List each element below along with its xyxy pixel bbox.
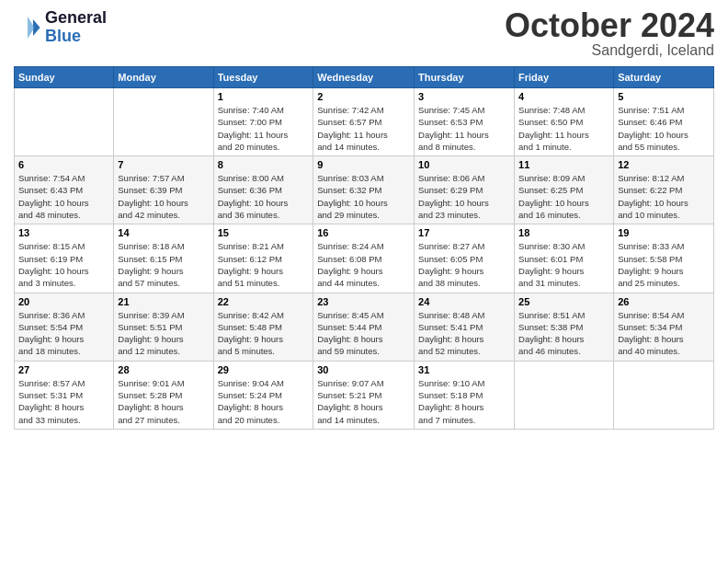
calendar-cell <box>614 361 714 429</box>
day-info: Sunrise: 8:48 AM Sunset: 5:41 PM Dayligh… <box>418 309 510 358</box>
calendar-cell: 17Sunrise: 8:27 AM Sunset: 6:05 PM Dayli… <box>415 224 515 293</box>
calendar-cell <box>515 361 614 429</box>
day-info: Sunrise: 8:30 AM Sunset: 6:01 PM Dayligh… <box>518 240 609 289</box>
calendar-cell <box>114 88 213 156</box>
day-number: 14 <box>118 227 209 238</box>
logo-icon <box>14 14 41 41</box>
day-number: 13 <box>18 227 109 238</box>
calendar-cell: 27Sunrise: 8:57 AM Sunset: 5:31 PM Dayli… <box>15 361 114 429</box>
calendar-cell: 14Sunrise: 8:18 AM Sunset: 6:15 PM Dayli… <box>114 224 213 293</box>
day-number: 6 <box>18 159 109 170</box>
logo-line2: Blue <box>45 28 107 46</box>
calendar-cell: 23Sunrise: 8:45 AM Sunset: 5:44 PM Dayli… <box>313 293 415 361</box>
calendar-table: SundayMondayTuesdayWednesdayThursdayFrid… <box>14 66 714 430</box>
day-number: 21 <box>118 296 209 307</box>
day-info: Sunrise: 7:51 AM Sunset: 6:46 PM Dayligh… <box>618 104 710 153</box>
calendar-cell: 10Sunrise: 8:06 AM Sunset: 6:29 PM Dayli… <box>415 156 515 224</box>
calendar-cell: 4Sunrise: 7:48 AM Sunset: 6:50 PM Daylig… <box>515 88 614 156</box>
day-info: Sunrise: 8:18 AM Sunset: 6:15 PM Dayligh… <box>118 240 209 289</box>
weekday-header: Wednesday <box>313 67 415 88</box>
day-info: Sunrise: 9:04 AM Sunset: 5:24 PM Dayligh… <box>218 377 310 426</box>
day-info: Sunrise: 8:21 AM Sunset: 6:12 PM Dayligh… <box>218 240 310 289</box>
day-info: Sunrise: 8:42 AM Sunset: 5:48 PM Dayligh… <box>218 309 310 358</box>
day-info: Sunrise: 9:01 AM Sunset: 5:28 PM Dayligh… <box>118 377 209 426</box>
day-info: Sunrise: 8:06 AM Sunset: 6:29 PM Dayligh… <box>418 172 510 221</box>
day-number: 4 <box>518 91 609 102</box>
calendar-cell: 31Sunrise: 9:10 AM Sunset: 5:18 PM Dayli… <box>415 361 515 429</box>
page-container: General Blue October 2024 Sandgerdi, Ice… <box>0 0 728 439</box>
calendar-cell: 16Sunrise: 8:24 AM Sunset: 6:08 PM Dayli… <box>313 224 415 293</box>
day-number: 15 <box>218 227 310 238</box>
day-number: 12 <box>618 159 710 170</box>
weekday-header: Saturday <box>614 67 714 88</box>
calendar-cell: 18Sunrise: 8:30 AM Sunset: 6:01 PM Dayli… <box>515 224 614 293</box>
weekday-header: Thursday <box>415 67 515 88</box>
day-info: Sunrise: 8:03 AM Sunset: 6:32 PM Dayligh… <box>317 172 410 221</box>
day-number: 27 <box>18 364 109 375</box>
day-number: 8 <box>218 159 310 170</box>
day-info: Sunrise: 8:51 AM Sunset: 5:38 PM Dayligh… <box>518 309 609 358</box>
day-info: Sunrise: 7:40 AM Sunset: 7:00 PM Dayligh… <box>218 104 310 153</box>
day-info: Sunrise: 7:42 AM Sunset: 6:57 PM Dayligh… <box>317 104 410 153</box>
weekday-header: Monday <box>114 67 213 88</box>
weekday-header: Sunday <box>15 67 114 88</box>
page-header: General Blue October 2024 Sandgerdi, Ice… <box>14 9 714 59</box>
calendar-cell: 21Sunrise: 8:39 AM Sunset: 5:51 PM Dayli… <box>114 293 213 361</box>
calendar-week-row: 27Sunrise: 8:57 AM Sunset: 5:31 PM Dayli… <box>15 361 714 429</box>
calendar-cell: 1Sunrise: 7:40 AM Sunset: 7:00 PM Daylig… <box>213 88 313 156</box>
calendar-cell: 22Sunrise: 8:42 AM Sunset: 5:48 PM Dayli… <box>213 293 313 361</box>
day-number: 3 <box>418 91 510 102</box>
day-number: 2 <box>317 91 410 102</box>
day-number: 28 <box>118 364 209 375</box>
day-number: 1 <box>218 91 310 102</box>
day-number: 5 <box>618 91 710 102</box>
calendar-cell: 13Sunrise: 8:15 AM Sunset: 6:19 PM Dayli… <box>15 224 114 293</box>
calendar-cell: 6Sunrise: 7:54 AM Sunset: 6:43 PM Daylig… <box>15 156 114 224</box>
calendar-cell: 30Sunrise: 9:07 AM Sunset: 5:21 PM Dayli… <box>313 361 415 429</box>
day-info: Sunrise: 8:12 AM Sunset: 6:22 PM Dayligh… <box>618 172 710 221</box>
day-number: 24 <box>418 296 510 307</box>
weekday-header: Tuesday <box>213 67 313 88</box>
calendar-cell: 26Sunrise: 8:54 AM Sunset: 5:34 PM Dayli… <box>614 293 714 361</box>
day-number: 16 <box>317 227 410 238</box>
day-info: Sunrise: 7:54 AM Sunset: 6:43 PM Dayligh… <box>18 172 109 221</box>
day-number: 20 <box>18 296 109 307</box>
day-info: Sunrise: 8:45 AM Sunset: 5:44 PM Dayligh… <box>317 309 410 358</box>
location: Sandgerdi, Iceland <box>505 42 714 59</box>
day-number: 10 <box>418 159 510 170</box>
day-info: Sunrise: 8:00 AM Sunset: 6:36 PM Dayligh… <box>218 172 310 221</box>
day-info: Sunrise: 8:36 AM Sunset: 5:54 PM Dayligh… <box>18 309 109 358</box>
calendar-cell: 24Sunrise: 8:48 AM Sunset: 5:41 PM Dayli… <box>415 293 515 361</box>
calendar-cell: 19Sunrise: 8:33 AM Sunset: 5:58 PM Dayli… <box>614 224 714 293</box>
calendar-week-row: 13Sunrise: 8:15 AM Sunset: 6:19 PM Dayli… <box>15 224 714 293</box>
day-number: 22 <box>218 296 310 307</box>
day-info: Sunrise: 8:39 AM Sunset: 5:51 PM Dayligh… <box>118 309 209 358</box>
day-info: Sunrise: 8:24 AM Sunset: 6:08 PM Dayligh… <box>317 240 410 289</box>
month-title: October 2024 <box>505 9 714 42</box>
calendar-week-row: 6Sunrise: 7:54 AM Sunset: 6:43 PM Daylig… <box>15 156 714 224</box>
day-number: 30 <box>317 364 410 375</box>
day-info: Sunrise: 8:15 AM Sunset: 6:19 PM Dayligh… <box>18 240 109 289</box>
day-info: Sunrise: 8:54 AM Sunset: 5:34 PM Dayligh… <box>618 309 710 358</box>
day-info: Sunrise: 8:27 AM Sunset: 6:05 PM Dayligh… <box>418 240 510 289</box>
calendar-week-row: 1Sunrise: 7:40 AM Sunset: 7:00 PM Daylig… <box>15 88 714 156</box>
day-info: Sunrise: 7:57 AM Sunset: 6:39 PM Dayligh… <box>118 172 209 221</box>
day-info: Sunrise: 7:48 AM Sunset: 6:50 PM Dayligh… <box>518 104 609 153</box>
weekday-header: Friday <box>515 67 614 88</box>
day-info: Sunrise: 8:33 AM Sunset: 5:58 PM Dayligh… <box>618 240 710 289</box>
day-number: 29 <box>218 364 310 375</box>
day-number: 25 <box>518 296 609 307</box>
day-number: 23 <box>317 296 410 307</box>
calendar-cell: 5Sunrise: 7:51 AM Sunset: 6:46 PM Daylig… <box>614 88 714 156</box>
day-number: 26 <box>618 296 710 307</box>
day-number: 17 <box>418 227 510 238</box>
calendar-cell: 9Sunrise: 8:03 AM Sunset: 6:32 PM Daylig… <box>313 156 415 224</box>
calendar-cell: 12Sunrise: 8:12 AM Sunset: 6:22 PM Dayli… <box>614 156 714 224</box>
calendar-week-row: 20Sunrise: 8:36 AM Sunset: 5:54 PM Dayli… <box>15 293 714 361</box>
day-info: Sunrise: 7:45 AM Sunset: 6:53 PM Dayligh… <box>418 104 510 153</box>
calendar-cell: 3Sunrise: 7:45 AM Sunset: 6:53 PM Daylig… <box>415 88 515 156</box>
calendar-cell: 25Sunrise: 8:51 AM Sunset: 5:38 PM Dayli… <box>515 293 614 361</box>
logo-line1: General <box>45 9 107 28</box>
calendar-cell: 11Sunrise: 8:09 AM Sunset: 6:25 PM Dayli… <box>515 156 614 224</box>
calendar-cell: 20Sunrise: 8:36 AM Sunset: 5:54 PM Dayli… <box>15 293 114 361</box>
